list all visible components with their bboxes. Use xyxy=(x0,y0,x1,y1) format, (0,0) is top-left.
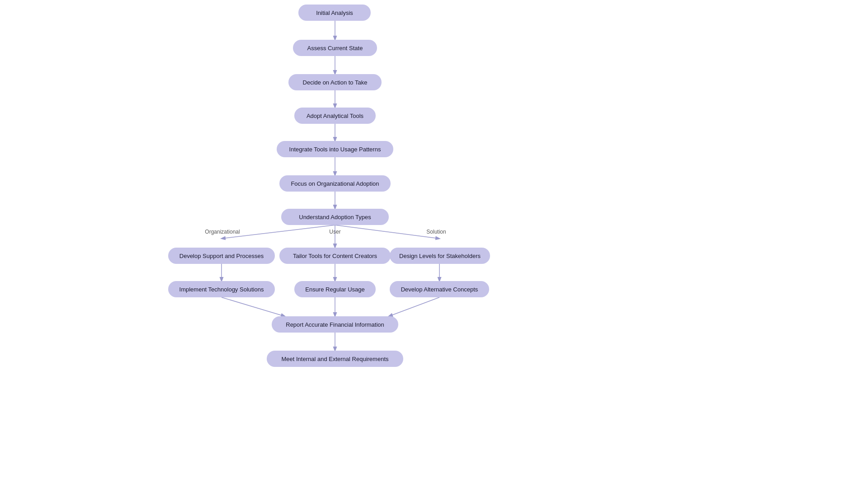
node-implement-tech[interactable]: Implement Technology Solutions xyxy=(168,281,275,297)
node-develop-support[interactable]: Develop Support and Processes xyxy=(168,248,275,264)
diagram-container: Initial Analysis Assess Current State De… xyxy=(0,0,868,488)
node-initial-analysis[interactable]: Initial Analysis xyxy=(298,5,371,21)
node-decide-action[interactable]: Decide on Action to Take xyxy=(288,74,382,90)
node-adopt-analytical[interactable]: Adopt Analytical Tools xyxy=(294,108,376,124)
svg-line-14 xyxy=(389,297,439,316)
branch-label-solution: Solution xyxy=(416,229,457,235)
node-ensure-regular[interactable]: Ensure Regular Usage xyxy=(294,281,376,297)
node-develop-alt[interactable]: Develop Alternative Concepts xyxy=(390,281,489,297)
node-design-levels[interactable]: Design Levels for Stakeholders xyxy=(390,248,490,264)
branch-label-user: User xyxy=(319,229,351,235)
node-assess-current-state[interactable]: Assess Current State xyxy=(293,40,377,56)
branch-label-organizational: Organizational xyxy=(195,229,250,235)
node-report-financial[interactable]: Report Accurate Financial Information xyxy=(272,316,398,333)
node-focus-org[interactable]: Focus on Organizational Adoption xyxy=(279,175,391,192)
node-meet-requirements[interactable]: Meet Internal and External Requirements xyxy=(267,351,403,367)
node-tailor-tools[interactable]: Tailor Tools for Content Creators xyxy=(279,248,391,264)
svg-line-12 xyxy=(222,297,285,316)
connectors-svg xyxy=(0,0,868,488)
node-understand-adoption[interactable]: Understand Adoption Types xyxy=(281,209,389,225)
node-integrate-tools[interactable]: Integrate Tools into Usage Patterns xyxy=(277,141,393,157)
